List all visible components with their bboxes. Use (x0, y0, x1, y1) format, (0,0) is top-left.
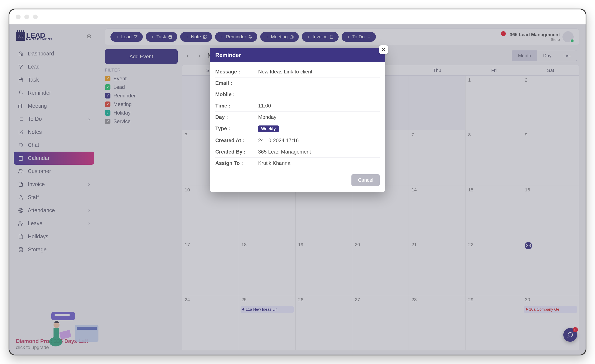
cancel-button[interactable]: Cancel (351, 174, 380, 186)
modal-label: Message : (215, 69, 258, 75)
traffic-light[interactable] (33, 14, 38, 19)
modal-label: Time : (215, 103, 258, 109)
traffic-light[interactable] (16, 14, 21, 19)
modal-close-button[interactable]: ✕ (379, 45, 388, 54)
type-tag: Weekly (258, 125, 279, 132)
modal-row: Type :Weekly (215, 123, 380, 135)
modal-overlay[interactable]: ✕ Reminder Message :New Ideas Link to cl… (9, 24, 586, 355)
modal-label: Email : (215, 80, 258, 86)
reminder-modal: ✕ Reminder Message :New Ideas Link to cl… (210, 48, 385, 192)
modal-row: Assign To :Krutik Khanna (215, 157, 380, 169)
modal-row: Created At :24-10-2024 17:16 (215, 135, 380, 146)
modal-row: Time :11:00 (215, 100, 380, 112)
modal-value: New Ideas Link to client (258, 69, 312, 75)
modal-label: Created At : (215, 137, 258, 143)
modal-row: Created By :365 Lead Management (215, 146, 380, 157)
window-titlebar (9, 9, 586, 24)
modal-row: Mobile : (215, 89, 380, 100)
traffic-light[interactable] (24, 14, 29, 19)
modal-label: Type : (215, 125, 258, 132)
modal-row: Email : (215, 78, 380, 89)
modal-value: 365 Lead Management (258, 149, 311, 155)
modal-value: 11:00 (258, 103, 271, 109)
modal-label: Mobile : (215, 92, 258, 97)
modal-row: Day :Monday (215, 112, 380, 123)
modal-label: Assign To : (215, 160, 258, 166)
modal-value: Krutik Khanna (258, 160, 290, 166)
modal-label: Day : (215, 114, 258, 120)
modal-value: 24-10-2024 17:16 (258, 137, 299, 143)
modal-value: Monday (258, 114, 276, 120)
modal-label: Created By : (215, 149, 258, 155)
modal-title: Reminder (210, 48, 385, 62)
modal-row: Message :New Ideas Link to client (215, 66, 380, 78)
